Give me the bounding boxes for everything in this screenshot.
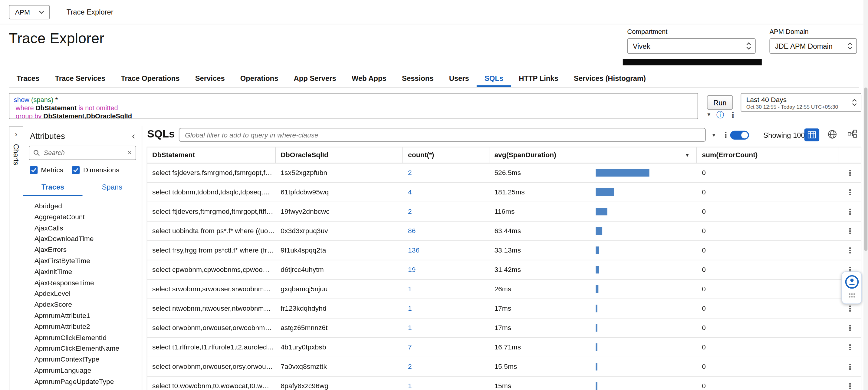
column-header-dbstatement[interactable]: DbStatement: [147, 147, 276, 163]
row-actions-menu[interactable]: ⋮: [839, 323, 861, 332]
avg-duration-value: 16.71ms: [494, 343, 596, 351]
attribute-item[interactable]: AjaxInitTime: [34, 267, 142, 278]
collapse-attributes-icon[interactable]: ‹: [132, 132, 135, 140]
count-link[interactable]: 1: [408, 382, 412, 390]
clear-search-icon[interactable]: ×: [127, 150, 132, 156]
attribute-search-input[interactable]: [43, 148, 125, 157]
tab-sessions[interactable]: Sessions: [394, 70, 441, 87]
avg-duration-cell: 17ms: [489, 305, 697, 312]
drag-handle-dots-icon[interactable]: [848, 293, 855, 298]
avg-duration-cell: 63.44ms: [489, 227, 697, 235]
attribute-item[interactable]: ApmrumClickElementId: [34, 332, 142, 343]
query-editor[interactable]: show (spans) * where DbStatement is not …: [9, 93, 698, 119]
time-range-value: Last 40 Days: [746, 96, 838, 103]
toggle-knob: [741, 132, 748, 139]
geomap-view-button[interactable]: [828, 129, 837, 139]
apm-domain-select[interactable]: JDE APM Domain: [769, 38, 857, 54]
duration-bar: [596, 246, 599, 254]
query-caret-down-icon[interactable]: ▼: [706, 112, 711, 117]
tab-operations[interactable]: Operations: [232, 70, 286, 87]
row-actions-menu[interactable]: ⋮: [839, 304, 861, 313]
tab-web-apps[interactable]: Web Apps: [344, 70, 394, 87]
column-header-sum-errorcount[interactable]: sum(ErrorCount): [697, 147, 839, 163]
tab-services[interactable]: Services: [187, 70, 232, 87]
metrics-checkbox[interactable]: Metrics: [30, 166, 63, 174]
table-row: select t0.wowobnm,t0.wowocat,t0.w…8pafy8…: [147, 377, 861, 390]
tab-traces[interactable]: Traces: [9, 70, 47, 87]
tab-trace-operations[interactable]: Trace Operations: [113, 70, 187, 87]
query-kebab-menu-icon[interactable]: ⋮: [729, 111, 737, 119]
count-link[interactable]: 4: [408, 188, 412, 196]
attribute-item[interactable]: ApdexScore: [34, 300, 142, 311]
attribute-item[interactable]: ApmrumPageUpdateType: [34, 377, 142, 387]
attribute-item[interactable]: ApmrumLanguage: [34, 365, 142, 377]
expand-charts-icon[interactable]: ›: [14, 131, 17, 138]
dimensions-checkbox[interactable]: Dimensions: [72, 166, 119, 174]
count-link[interactable]: 2: [408, 363, 412, 371]
attribute-item[interactable]: ApmrumAttribute2: [34, 322, 142, 332]
column-header-dboraclesqlid[interactable]: DbOracleSqlId: [276, 147, 403, 163]
compartment-select[interactable]: Vivek: [627, 38, 755, 54]
count-link[interactable]: 7: [408, 343, 412, 351]
count-link[interactable]: 86: [408, 227, 415, 235]
count-link[interactable]: 1: [408, 324, 412, 332]
attribute-item[interactable]: ApdexLevel: [34, 289, 142, 300]
avg-duration-value: 17ms: [494, 305, 596, 312]
duration-bar: [596, 343, 597, 351]
column-header-count[interactable]: count(*): [403, 147, 489, 163]
count-link[interactable]: 2: [408, 169, 412, 177]
count-link[interactable]: 1: [408, 285, 412, 293]
time-range-select[interactable]: Last 40 Days Oct 30 12:55 - Today 12:55 …: [741, 93, 861, 112]
attribute-item[interactable]: ApmrumAttribute1: [34, 311, 142, 322]
tab-users[interactable]: Users: [441, 70, 477, 87]
count-cell: 1: [403, 285, 489, 293]
table-row: select fsjdevers,fsmrgmod,fsmrgopt,f…1sx…: [147, 163, 861, 183]
attribute-item[interactable]: AjaxResponseTime: [34, 278, 142, 289]
view-toggle[interactable]: [730, 131, 749, 140]
scrollbar-thumb[interactable]: [864, 88, 867, 251]
tab-services-histogram[interactable]: Services (Histogram): [566, 70, 653, 87]
attribute-item[interactable]: Abridged: [34, 201, 142, 212]
count-cell: 1: [403, 305, 489, 312]
row-actions-menu[interactable]: ⋮: [839, 343, 861, 352]
attribute-item[interactable]: ApmrumContextType: [34, 355, 142, 365]
attribute-item[interactable]: AjaxDownloadTime: [34, 234, 142, 245]
global-filter-input[interactable]: [179, 128, 706, 142]
attr-tab-spans[interactable]: Spans: [83, 180, 142, 196]
column-header-avg-spanduration[interactable]: avg(SpanDuration) ▼: [489, 147, 697, 163]
db-oracle-sqlid-cell: 19fwyv2dnbcwc: [276, 208, 403, 216]
row-actions-menu[interactable]: ⋮: [839, 188, 861, 197]
attr-tab-traces[interactable]: Traces: [23, 180, 83, 196]
row-actions-menu[interactable]: ⋮: [839, 362, 861, 371]
trace-explorer-page: APM Trace Explorer Trace Explorer Compar…: [0, 0, 868, 390]
table-view-button[interactable]: [804, 128, 819, 141]
tab-app-servers[interactable]: App Servers: [286, 70, 344, 87]
attribute-item[interactable]: AjaxCalls: [34, 223, 142, 234]
attribute-item[interactable]: ApmrumType: [34, 388, 142, 390]
app-selector[interactable]: APM: [9, 5, 50, 19]
attributes-header: Attributes ‹: [23, 126, 142, 144]
row-actions-menu[interactable]: ⋮: [839, 168, 861, 177]
count-link[interactable]: 2: [408, 208, 412, 216]
topology-view-button[interactable]: [847, 129, 857, 138]
tab-http-links[interactable]: HTTP Links: [511, 70, 566, 87]
row-actions-menu[interactable]: ⋮: [839, 382, 861, 390]
tab-trace-services[interactable]: Trace Services: [47, 70, 113, 87]
attribute-item[interactable]: AjaxFirstByteTime: [34, 256, 142, 267]
assistant-widget[interactable]: [841, 271, 862, 304]
vertical-scrollbar[interactable]: [864, 0, 868, 390]
filter-caret-down-icon[interactable]: ▼: [711, 132, 716, 138]
run-button[interactable]: Run: [707, 95, 733, 110]
tab-sqls[interactable]: SQLs: [477, 70, 511, 87]
attribute-item[interactable]: AggregateCount: [34, 212, 142, 223]
info-icon[interactable]: ⓘ: [716, 111, 724, 119]
attribute-item[interactable]: AjaxErrors: [34, 245, 142, 256]
row-actions-menu[interactable]: ⋮: [839, 246, 861, 254]
panel-kebab-menu-icon[interactable]: ⋮: [722, 130, 730, 139]
count-link[interactable]: 1: [408, 305, 412, 312]
count-link[interactable]: 19: [408, 266, 415, 274]
attribute-item[interactable]: ApmrumClickElementName: [34, 344, 142, 355]
count-link[interactable]: 136: [408, 246, 420, 254]
row-actions-menu[interactable]: ⋮: [839, 207, 861, 216]
row-actions-menu[interactable]: ⋮: [839, 227, 861, 235]
